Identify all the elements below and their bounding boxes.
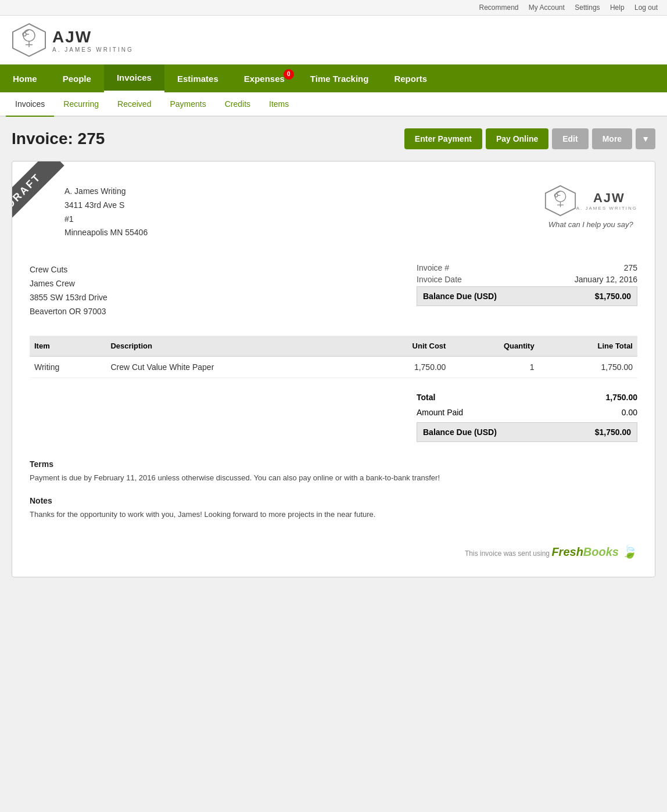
cell-quantity: 1 [450, 357, 539, 378]
amount-paid-row: Amount Paid 0.00 [417, 405, 637, 420]
nav-estimates[interactable]: Estimates [164, 66, 231, 92]
amount-paid-value: 0.00 [622, 408, 637, 417]
subnav-invoices[interactable]: Invoices [6, 92, 54, 117]
cell-item: Writing [30, 357, 106, 378]
from-address1: 3411 43rd Ave S [64, 199, 148, 213]
svg-point-1 [23, 30, 35, 41]
subnav-items[interactable]: Items [260, 92, 298, 117]
logo-icon [12, 23, 46, 58]
pay-online-button[interactable]: Pay Online [486, 128, 548, 149]
invoice-date-label: Invoice Date [417, 275, 462, 284]
nav-invoices[interactable]: Invoices [104, 64, 164, 92]
invoice-date-row: Invoice Date January 12, 2016 [417, 275, 637, 284]
invoice-meta: Invoice # 275 Invoice Date January 12, 2… [417, 263, 637, 318]
nav-expenses-wrap: Expenses 0 [231, 66, 297, 92]
svg-point-8 [555, 191, 565, 202]
terms-text: Payment is due by February 11, 2016 unle… [30, 472, 637, 484]
freshbooks-logo: FreshBooks 🍃 [551, 544, 637, 559]
cell-description: Crew Cut Value White Paper [106, 357, 356, 378]
invoice-number-label: Invoice # [417, 263, 449, 272]
col-item: Item [30, 336, 106, 357]
cell-line-total: 1,750.00 [539, 357, 637, 378]
subnav-credits[interactable]: Credits [216, 92, 260, 117]
to-city-state-zip: Beaverton OR 97003 [30, 305, 107, 319]
more-button[interactable]: More [592, 128, 632, 149]
total-row: Total 1,750.00 [417, 390, 637, 405]
invoice-logo-subtitle: A. James Writing [576, 206, 637, 211]
top-bar: Recommend My Account Settings Help Log o… [0, 0, 667, 16]
invoice-number-value: 275 [624, 263, 637, 272]
total-balance-label: Balance Due (USD) [423, 427, 497, 437]
settings-link[interactable]: Settings [575, 3, 600, 12]
terms-section: Terms Payment is due by February 11, 201… [30, 459, 637, 484]
subnav-recurring[interactable]: Recurring [54, 92, 108, 117]
invoice-logo-icon [544, 185, 576, 217]
invoice-details: Crew Cuts James Crew 3855 SW 153rd Drive… [30, 263, 637, 318]
col-unit-cost: Unit Cost [356, 336, 450, 357]
nav-people[interactable]: People [50, 66, 104, 92]
invoice-to: Crew Cuts James Crew 3855 SW 153rd Drive… [30, 263, 107, 318]
invoice-header: Invoice: 275 Enter Payment Pay Online Ed… [12, 128, 655, 149]
logo-bar: AJW A. James Writing [0, 16, 667, 64]
invoice-logo-letters: AJW [581, 191, 637, 206]
my-account-link[interactable]: My Account [529, 3, 565, 12]
logo-tagline: What can I help you say? [544, 220, 637, 229]
svg-marker-0 [13, 24, 45, 56]
help-link[interactable]: Help [610, 3, 625, 12]
balance-due-value: $1,750.00 [595, 292, 631, 301]
balance-due-label: Balance Due (USD) [423, 292, 497, 301]
total-label: Total [417, 393, 435, 402]
page-content: Invoice: 275 Enter Payment Pay Online Ed… [0, 117, 667, 639]
totals-table: Total 1,750.00 Amount Paid 0.00 Balance … [417, 390, 637, 442]
total-balance-value: $1,750.00 [595, 427, 631, 437]
enter-payment-button[interactable]: Enter Payment [404, 128, 482, 149]
nav-time-tracking[interactable]: Time Tracking [297, 66, 382, 92]
total-balance-row: Balance Due (USD) $1,750.00 [417, 422, 637, 442]
nav-home[interactable]: Home [0, 66, 50, 92]
logo-letters: AJW [52, 28, 134, 46]
to-address1: 3855 SW 153rd Drive [30, 291, 107, 305]
notes-text: Thanks for the opportunity to work with … [30, 509, 637, 521]
table-row: Writing Crew Cut Value White Paper 1,750… [30, 357, 637, 378]
cell-unit-cost: 1,750.00 [356, 357, 450, 378]
recommend-link[interactable]: Recommend [479, 3, 518, 12]
logo-subtitle: A. James Writing [52, 46, 134, 53]
notes-heading: Notes [30, 496, 637, 505]
from-address2: #1 [64, 213, 148, 227]
footer-sent-via: This invoice was sent using [465, 549, 550, 558]
invoice-logo-wrap: AJW A. James Writing [544, 185, 637, 217]
sub-nav: Invoices Recurring Received Payments Cre… [0, 92, 667, 117]
col-description: Description [106, 336, 356, 357]
from-company: A. James Writing [64, 185, 148, 199]
invoice-title: Invoice: 275 [12, 130, 105, 148]
terms-heading: Terms [30, 459, 637, 469]
invoice-logo-right: AJW A. James Writing What can I help you… [544, 185, 637, 240]
to-company: Crew Cuts [30, 263, 107, 277]
notes-section: Notes Thanks for the opportunity to work… [30, 496, 637, 521]
total-value: 1,750.00 [606, 393, 638, 402]
totals-section: Total 1,750.00 Amount Paid 0.00 Balance … [30, 390, 637, 442]
invoice-actions: Enter Payment Pay Online Edit More ▼ [404, 128, 655, 149]
from-city-state-zip: Minneapolis MN 55406 [64, 226, 148, 240]
nav-reports[interactable]: Reports [381, 66, 440, 92]
invoice-balance-row: Balance Due (USD) $1,750.00 [417, 286, 637, 306]
edit-button[interactable]: Edit [552, 128, 588, 149]
invoice-document: DRAFT A. James Writing 3411 43rd Ave S #… [12, 161, 655, 577]
main-nav: Home People Invoices Estimates Expenses … [0, 64, 667, 92]
invoice-date-value: January 12, 2016 [575, 275, 637, 284]
line-items-table: Item Description Unit Cost Quantity Line… [30, 336, 637, 378]
invoice-number-row: Invoice # 275 [417, 263, 637, 272]
expenses-badge: 0 [284, 69, 294, 80]
col-quantity: Quantity [450, 336, 539, 357]
subnav-payments[interactable]: Payments [160, 92, 215, 117]
subnav-received[interactable]: Received [108, 92, 160, 117]
more-dropdown-button[interactable]: ▼ [636, 128, 655, 149]
to-contact: James Crew [30, 277, 107, 291]
col-line-total: Line Total [539, 336, 637, 357]
amount-paid-label: Amount Paid [417, 408, 463, 417]
logout-link[interactable]: Log out [634, 3, 658, 12]
invoice-footer: This invoice was sent using FreshBooks 🍃 [30, 544, 637, 559]
invoice-from: A. James Writing 3411 43rd Ave S #1 Minn… [30, 185, 148, 240]
invoice-top-section: A. James Writing 3411 43rd Ave S #1 Minn… [30, 185, 637, 240]
svg-marker-7 [545, 186, 575, 215]
